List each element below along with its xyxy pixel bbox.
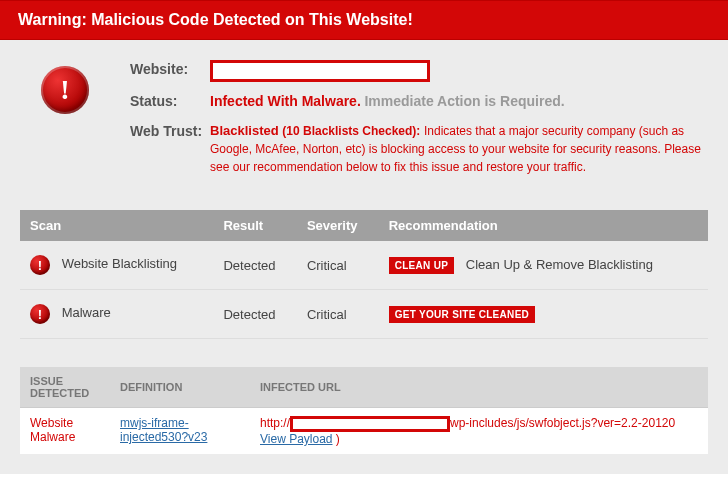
summary-icon-col: ! [20, 60, 110, 186]
definition-link[interactable]: mwjs-iframe-injected530?v23 [120, 416, 207, 444]
trust-value: Blacklisted (10 Blacklists Checked): Ind… [210, 122, 708, 177]
detail-block: ISSUE DETECTED DEFINITION INFECTED URL W… [20, 367, 708, 454]
table-row: Website Malware mwjs-iframe-injected530?… [20, 408, 708, 455]
detail-th-url: INFECTED URL [250, 367, 708, 408]
view-payload-link[interactable]: View Payload [260, 432, 333, 446]
recommendation-link[interactable]: Clean Up & Remove Blacklisting [466, 257, 653, 272]
table-row: ! Website Blacklisting Detected Critical… [20, 241, 708, 290]
url-redacted-box [290, 416, 450, 432]
status-extra: Immediate Action is Required. [364, 93, 564, 109]
alert-icon: ! [30, 255, 50, 275]
website-label: Website: [130, 60, 210, 82]
trust-row: Web Trust: Blacklisted (10 Blacklists Ch… [130, 122, 708, 177]
url-prefix: http:// [260, 416, 290, 430]
scan-result: Detected [213, 290, 296, 339]
detail-th-definition: DEFINITION [110, 367, 250, 408]
trust-blacklisted: Blacklisted [210, 123, 279, 138]
detail-url-cell: http://wp-includes/js/swfobject.js?ver=2… [250, 408, 708, 455]
scan-name: Website Blacklisting [62, 257, 177, 272]
table-row: ! Malware Detected Critical GET YOUR SIT… [20, 290, 708, 339]
scan-result: Detected [213, 241, 296, 290]
scan-severity: Critical [297, 290, 379, 339]
website-redacted-box [210, 60, 430, 82]
scan-th-result: Result [213, 210, 296, 241]
status-row: Status: Infected With Malware. Immediate… [130, 92, 708, 112]
trust-count: (10 Blacklists Checked): [282, 124, 420, 138]
scan-th-recommendation: Recommendation [379, 210, 708, 241]
scan-th-scan: Scan [20, 210, 213, 241]
alert-icon: ! [41, 66, 89, 114]
scan-table: Scan Result Severity Recommendation ! We… [20, 210, 708, 339]
detail-issue: Website Malware [20, 408, 110, 455]
url-suffix: wp-includes/js/swfobject.js?ver=2.2-2012… [450, 416, 675, 430]
detail-th-issue: ISSUE DETECTED [20, 367, 110, 408]
main-panel: ! Website: Status: Infected With Malware… [0, 40, 728, 474]
summary-fields: Website: Status: Infected With Malware. … [130, 60, 708, 186]
status-value: Infected With Malware. Immediate Action … [210, 92, 708, 112]
website-value [210, 60, 708, 82]
payload-suffix: ) [333, 432, 340, 446]
get-site-cleaned-button[interactable]: GET YOUR SITE CLEANED [389, 306, 535, 323]
scan-severity: Critical [297, 241, 379, 290]
website-row: Website: [130, 60, 708, 82]
alert-icon: ! [30, 304, 50, 324]
trust-label: Web Trust: [130, 122, 210, 177]
scan-th-severity: Severity [297, 210, 379, 241]
status-label: Status: [130, 92, 210, 112]
summary-block: ! Website: Status: Infected With Malware… [20, 60, 708, 186]
detail-table: ISSUE DETECTED DEFINITION INFECTED URL W… [20, 367, 708, 454]
warning-banner: Warning: Malicious Code Detected on This… [0, 0, 728, 40]
status-infected: Infected With Malware. [210, 93, 361, 109]
cleanup-button[interactable]: CLEAN UP [389, 257, 455, 274]
scan-name: Malware [62, 306, 111, 321]
